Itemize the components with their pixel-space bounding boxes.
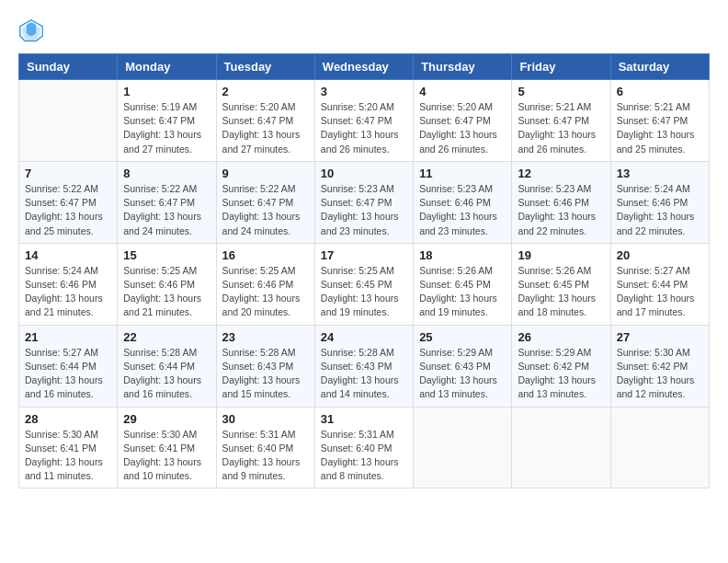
day-info: Sunrise: 5:20 AM Sunset: 6:47 PM Dayligh… (321, 100, 407, 156)
header-cell-thursday: Thursday (414, 54, 512, 80)
week-row-4: 21Sunrise: 5:27 AM Sunset: 6:44 PM Dayli… (19, 325, 710, 407)
day-number: 23 (222, 330, 309, 344)
day-info: Sunrise: 5:23 AM Sunset: 6:47 PM Dayligh… (321, 182, 407, 238)
day-cell: 22Sunrise: 5:28 AM Sunset: 6:44 PM Dayli… (118, 325, 216, 407)
day-info: Sunrise: 5:25 AM Sunset: 6:46 PM Dayligh… (123, 264, 210, 320)
day-number: 18 (419, 248, 506, 262)
day-info: Sunrise: 5:29 AM Sunset: 6:43 PM Dayligh… (419, 346, 506, 402)
day-info: Sunrise: 5:29 AM Sunset: 6:42 PM Dayligh… (518, 346, 604, 402)
day-number: 15 (123, 248, 210, 262)
header-cell-monday: Monday (118, 54, 216, 80)
day-cell: 14Sunrise: 5:24 AM Sunset: 6:46 PM Dayli… (19, 243, 118, 325)
week-row-5: 28Sunrise: 5:30 AM Sunset: 6:41 PM Dayli… (19, 407, 710, 488)
logo (18, 18, 48, 44)
day-cell: 13Sunrise: 5:24 AM Sunset: 6:46 PM Dayli… (610, 161, 709, 243)
day-info: Sunrise: 5:19 AM Sunset: 6:47 PM Dayligh… (123, 100, 210, 156)
day-number: 30 (222, 412, 309, 426)
day-cell: 1Sunrise: 5:19 AM Sunset: 6:47 PM Daylig… (118, 80, 216, 162)
day-info: Sunrise: 5:26 AM Sunset: 6:45 PM Dayligh… (419, 264, 506, 320)
day-number: 27 (617, 330, 703, 344)
day-cell: 25Sunrise: 5:29 AM Sunset: 6:43 PM Dayli… (414, 325, 512, 407)
day-number: 4 (419, 85, 506, 98)
day-number: 16 (222, 248, 309, 262)
day-info: Sunrise: 5:30 AM Sunset: 6:41 PM Dayligh… (123, 428, 210, 484)
day-info: Sunrise: 5:21 AM Sunset: 6:47 PM Dayligh… (518, 100, 604, 156)
day-info: Sunrise: 5:27 AM Sunset: 6:44 PM Dayligh… (617, 264, 703, 320)
day-cell: 29Sunrise: 5:30 AM Sunset: 6:41 PM Dayli… (118, 407, 216, 488)
day-number: 11 (419, 167, 506, 180)
day-cell (414, 407, 512, 488)
day-number: 29 (123, 412, 210, 426)
day-info: Sunrise: 5:28 AM Sunset: 6:43 PM Dayligh… (321, 346, 407, 402)
day-cell: 10Sunrise: 5:23 AM Sunset: 6:47 PM Dayli… (314, 161, 413, 243)
day-info: Sunrise: 5:31 AM Sunset: 6:40 PM Dayligh… (222, 428, 309, 484)
day-info: Sunrise: 5:25 AM Sunset: 6:45 PM Dayligh… (321, 264, 407, 320)
day-cell: 23Sunrise: 5:28 AM Sunset: 6:43 PM Dayli… (216, 325, 314, 407)
header-cell-friday: Friday (512, 54, 610, 80)
day-number: 6 (617, 85, 703, 98)
day-cell: 19Sunrise: 5:26 AM Sunset: 6:45 PM Dayli… (512, 243, 610, 325)
day-number: 28 (25, 412, 111, 426)
day-cell: 6Sunrise: 5:21 AM Sunset: 6:47 PM Daylig… (610, 80, 709, 162)
day-cell: 12Sunrise: 5:23 AM Sunset: 6:46 PM Dayli… (512, 161, 610, 243)
day-number: 22 (123, 330, 210, 344)
day-info: Sunrise: 5:22 AM Sunset: 6:47 PM Dayligh… (25, 182, 111, 238)
calendar-table: SundayMondayTuesdayWednesdayThursdayFrid… (18, 53, 710, 488)
day-number: 9 (222, 167, 309, 180)
week-row-1: 1Sunrise: 5:19 AM Sunset: 6:47 PM Daylig… (19, 80, 710, 162)
day-number: 26 (518, 330, 604, 344)
day-cell: 27Sunrise: 5:30 AM Sunset: 6:42 PM Dayli… (610, 325, 709, 407)
day-cell: 26Sunrise: 5:29 AM Sunset: 6:42 PM Dayli… (512, 325, 610, 407)
day-cell: 24Sunrise: 5:28 AM Sunset: 6:43 PM Dayli… (314, 325, 413, 407)
day-cell: 2Sunrise: 5:20 AM Sunset: 6:47 PM Daylig… (216, 80, 314, 162)
day-number: 12 (518, 167, 604, 180)
day-info: Sunrise: 5:22 AM Sunset: 6:47 PM Dayligh… (222, 182, 309, 238)
day-cell: 9Sunrise: 5:22 AM Sunset: 6:47 PM Daylig… (216, 161, 314, 243)
header-row: SundayMondayTuesdayWednesdayThursdayFrid… (19, 54, 710, 80)
header-cell-wednesday: Wednesday (314, 54, 413, 80)
day-cell: 16Sunrise: 5:25 AM Sunset: 6:46 PM Dayli… (216, 243, 314, 325)
day-cell: 3Sunrise: 5:20 AM Sunset: 6:47 PM Daylig… (314, 80, 413, 162)
week-row-2: 7Sunrise: 5:22 AM Sunset: 6:47 PM Daylig… (19, 161, 710, 243)
day-info: Sunrise: 5:22 AM Sunset: 6:47 PM Dayligh… (123, 182, 210, 238)
day-number: 10 (321, 167, 407, 180)
day-cell: 21Sunrise: 5:27 AM Sunset: 6:44 PM Dayli… (19, 325, 118, 407)
day-info: Sunrise: 5:31 AM Sunset: 6:40 PM Dayligh… (321, 428, 407, 484)
day-number: 17 (321, 248, 407, 262)
day-number: 24 (321, 330, 407, 344)
day-cell (512, 407, 610, 488)
day-info: Sunrise: 5:20 AM Sunset: 6:47 PM Dayligh… (419, 100, 506, 156)
logo-icon (18, 18, 44, 44)
day-info: Sunrise: 5:20 AM Sunset: 6:47 PM Dayligh… (222, 100, 309, 156)
day-number: 13 (617, 167, 703, 180)
header-cell-sunday: Sunday (19, 54, 118, 80)
day-number: 2 (222, 85, 309, 98)
day-cell: 15Sunrise: 5:25 AM Sunset: 6:46 PM Dayli… (118, 243, 216, 325)
day-cell: 11Sunrise: 5:23 AM Sunset: 6:46 PM Dayli… (414, 161, 512, 243)
day-cell: 17Sunrise: 5:25 AM Sunset: 6:45 PM Dayli… (314, 243, 413, 325)
header-cell-saturday: Saturday (610, 54, 709, 80)
day-number: 25 (419, 330, 506, 344)
day-info: Sunrise: 5:28 AM Sunset: 6:44 PM Dayligh… (123, 346, 210, 402)
day-cell: 4Sunrise: 5:20 AM Sunset: 6:47 PM Daylig… (414, 80, 512, 162)
day-cell: 8Sunrise: 5:22 AM Sunset: 6:47 PM Daylig… (118, 161, 216, 243)
day-cell (610, 407, 709, 488)
day-number: 1 (123, 85, 210, 98)
day-info: Sunrise: 5:30 AM Sunset: 6:42 PM Dayligh… (617, 346, 703, 402)
day-info: Sunrise: 5:23 AM Sunset: 6:46 PM Dayligh… (419, 182, 506, 238)
day-number: 8 (123, 167, 210, 180)
page-header (18, 18, 710, 44)
day-number: 31 (321, 412, 407, 426)
day-info: Sunrise: 5:26 AM Sunset: 6:45 PM Dayligh… (518, 264, 604, 320)
day-cell: 30Sunrise: 5:31 AM Sunset: 6:40 PM Dayli… (216, 407, 314, 488)
day-info: Sunrise: 5:21 AM Sunset: 6:47 PM Dayligh… (617, 100, 703, 156)
day-info: Sunrise: 5:24 AM Sunset: 6:46 PM Dayligh… (617, 182, 703, 238)
day-cell: 18Sunrise: 5:26 AM Sunset: 6:45 PM Dayli… (414, 243, 512, 325)
day-info: Sunrise: 5:24 AM Sunset: 6:46 PM Dayligh… (25, 264, 111, 320)
day-cell: 20Sunrise: 5:27 AM Sunset: 6:44 PM Dayli… (610, 243, 709, 325)
day-cell: 31Sunrise: 5:31 AM Sunset: 6:40 PM Dayli… (314, 407, 413, 488)
week-row-3: 14Sunrise: 5:24 AM Sunset: 6:46 PM Dayli… (19, 243, 710, 325)
header-cell-tuesday: Tuesday (216, 54, 314, 80)
day-info: Sunrise: 5:30 AM Sunset: 6:41 PM Dayligh… (25, 428, 111, 484)
day-number: 14 (25, 248, 111, 262)
